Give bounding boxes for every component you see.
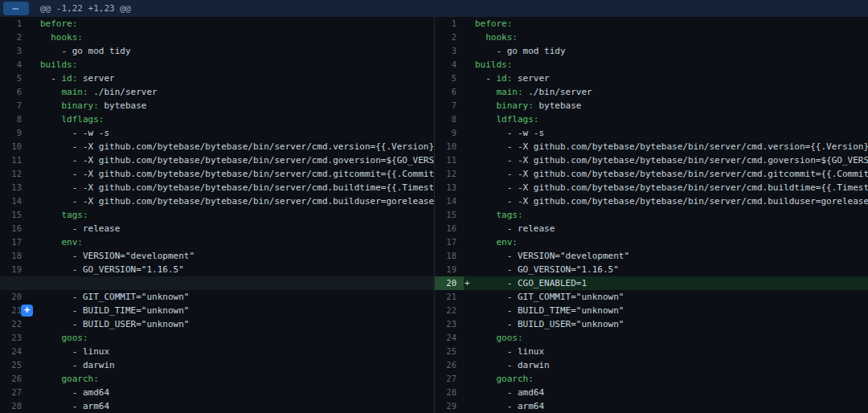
diff-row: 28 - amd64 — [435, 386, 868, 399]
line-number[interactable]: 26 — [0, 372, 29, 386]
yaml-key-token: binary: — [62, 100, 99, 111]
diff-row: 19 - GO_VERSION="1.16.5" — [0, 263, 434, 276]
line-number[interactable]: 10 — [435, 140, 464, 153]
code-text — [40, 333, 62, 343]
code-text: - — [40, 73, 62, 84]
code-line: builds: — [464, 58, 868, 72]
line-number[interactable]: 22 — [435, 304, 464, 317]
code-text — [40, 114, 62, 125]
line-number[interactable]: 5 — [0, 72, 29, 85]
line-number[interactable]: 23 — [0, 331, 29, 345]
code-text — [475, 32, 485, 43]
diff-row: 5 - id: server — [435, 72, 868, 85]
line-number[interactable]: 18 — [0, 249, 29, 263]
diff-row: 10 - -X github.com/bytebase/bytebase/bin… — [435, 140, 868, 153]
yaml-key-token: ldflags: — [497, 114, 539, 125]
line-number[interactable]: 19 — [0, 263, 29, 276]
diff-row: 2 hooks: — [435, 31, 868, 44]
diff-row: 11 - -X github.com/bytebase/bytebase/bin… — [0, 153, 434, 167]
code-line: - id: server — [464, 72, 868, 85]
line-number[interactable]: 5 — [435, 72, 464, 85]
code-text: - BUILD_USER="unknown" — [40, 319, 189, 329]
code-text: - darwin — [40, 360, 115, 370]
line-number[interactable]: 25 — [435, 345, 464, 358]
line-number[interactable]: 23 — [435, 317, 464, 331]
line-number[interactable]: 21 — [435, 290, 464, 304]
code-text: - GO_VERSION="1.16.5" — [40, 264, 184, 275]
expand-hunk-button[interactable]: ⋯ — [3, 2, 29, 15]
code-text: - release — [475, 223, 555, 234]
code-line: - -X github.com/bytebase/bytebase/bin/se… — [464, 153, 868, 167]
diff-row: 23 - BUILD_USER="unknown" — [435, 317, 868, 331]
line-number[interactable]: 16 — [435, 222, 464, 235]
line-number[interactable]: 11 — [0, 153, 29, 167]
code-line: - arm64 — [29, 399, 434, 413]
code-text: - -X github.com/bytebase/bytebase/bin/se… — [40, 155, 434, 166]
line-number[interactable]: 28 — [435, 386, 464, 399]
line-number[interactable]: 14 — [435, 194, 464, 208]
code-text — [475, 87, 497, 97]
line-number[interactable]: 9 — [0, 126, 29, 140]
line-number[interactable]: 20 — [435, 276, 464, 290]
code-line: - release — [464, 222, 868, 235]
code-line: - GIT_COMMIT="unknown" — [464, 290, 868, 304]
line-number[interactable]: 16 — [0, 222, 29, 235]
line-number[interactable]: 6 — [435, 85, 464, 99]
line-number[interactable]: 3 — [435, 44, 464, 58]
line-number[interactable]: 26 — [435, 358, 464, 372]
line-number[interactable]: 27 — [435, 372, 464, 386]
diff-row: 7 binary: bytebase — [0, 99, 434, 112]
line-number[interactable]: 1 — [435, 17, 464, 31]
line-number[interactable]: 10 — [0, 140, 29, 153]
line-number[interactable]: 24 — [435, 331, 464, 345]
add-comment-button[interactable]: + — [21, 305, 33, 317]
line-number[interactable]: 3 — [0, 44, 29, 58]
line-number[interactable]: 25 — [0, 358, 29, 372]
line-number[interactable]: 15 — [435, 208, 464, 222]
line-number[interactable]: 20 — [0, 290, 29, 304]
line-number[interactable]: 28 — [0, 399, 29, 413]
diff-row: 13 - -X github.com/bytebase/bytebase/bin… — [435, 181, 868, 194]
line-number[interactable]: 17 — [0, 235, 29, 249]
line-number[interactable]: 9 — [435, 126, 464, 140]
diff-row: 27 - amd64 — [0, 386, 434, 399]
line-number[interactable]: 14 — [0, 194, 29, 208]
code-line: tags: — [464, 208, 868, 222]
line-number[interactable]: 1 — [0, 17, 29, 31]
line-number[interactable]: 11 — [435, 153, 464, 167]
diff-row: 17 env: — [435, 235, 868, 249]
line-number[interactable]: 22 — [0, 317, 29, 331]
line-number[interactable]: 24 — [0, 345, 29, 358]
code-line: before: — [464, 17, 868, 31]
code-text — [475, 237, 497, 247]
line-number[interactable]: 4 — [435, 58, 464, 72]
diff-row: 16 - release — [435, 222, 868, 235]
line-number[interactable]: 4 — [0, 58, 29, 72]
code-line: goos: — [464, 331, 868, 345]
diff-row: 26 goarch: — [0, 372, 434, 386]
yaml-key-token: goos: — [497, 333, 523, 343]
line-number[interactable]: 15 — [0, 208, 29, 222]
line-number[interactable]: 6 — [0, 85, 29, 99]
line-number[interactable]: 13 — [435, 181, 464, 194]
line-number[interactable]: 7 — [0, 99, 29, 112]
ellipsis-icon: ⋯ — [13, 3, 20, 14]
code-line: - -X github.com/bytebase/bytebase/bin/se… — [29, 194, 434, 208]
yaml-key-token: before: — [40, 18, 77, 29]
code-line: - darwin — [29, 358, 434, 372]
line-number[interactable]: 12 — [0, 167, 29, 181]
line-number[interactable]: 13 — [0, 181, 29, 194]
line-number[interactable]: 8 — [435, 112, 464, 126]
line-number[interactable]: 17 — [435, 235, 464, 249]
line-number[interactable]: 2 — [0, 31, 29, 44]
line-number[interactable]: 29 — [435, 399, 464, 413]
line-number[interactable]: 8 — [0, 112, 29, 126]
line-number[interactable]: 12 — [435, 167, 464, 181]
code-text: - darwin — [475, 360, 550, 370]
line-number[interactable]: 27 — [0, 386, 29, 399]
line-number[interactable]: 18 — [435, 249, 464, 263]
code-line: - -w -s — [29, 126, 434, 140]
line-number[interactable]: 7 — [435, 99, 464, 112]
line-number[interactable]: 2 — [435, 31, 464, 44]
line-number[interactable]: 19 — [435, 263, 464, 276]
